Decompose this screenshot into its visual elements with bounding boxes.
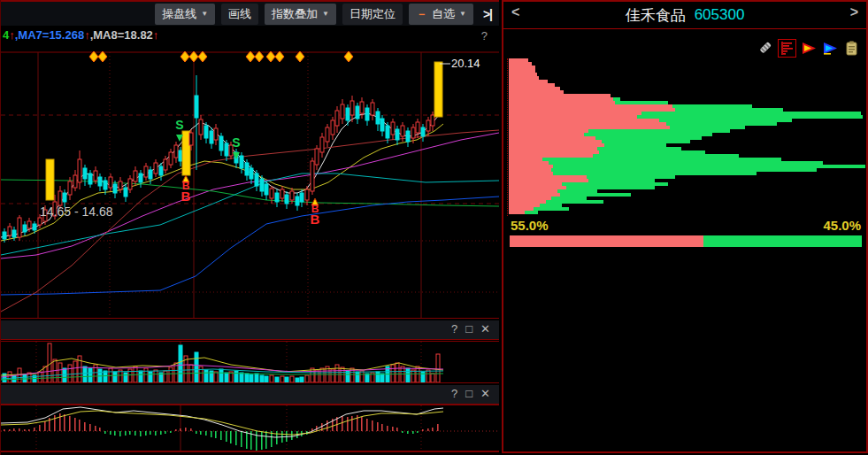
buy-marker: B <box>311 212 320 227</box>
diamond-signal-icon <box>275 51 284 62</box>
loss-ratio-segment <box>703 235 862 247</box>
diamond-signal-icon <box>296 51 304 62</box>
chip-loss-bar <box>675 108 783 112</box>
chip-profit-bar <box>509 83 555 87</box>
previous-stock-arrow[interactable]: < <box>511 4 519 20</box>
macd-chart[interactable] <box>1 405 499 451</box>
chip-distribution-icon-active[interactable] <box>778 39 796 58</box>
chip-loss-bar <box>672 104 752 108</box>
operating-line-button[interactable]: 操盘线 ▼ <box>155 4 215 25</box>
chip-loss-bar <box>549 161 823 165</box>
ma-white <box>1 113 439 237</box>
stock-header: < 佳禾食品 605300 > <box>503 2 866 29</box>
loss-percentage: 45.0% <box>823 218 861 233</box>
chip-profit-bar <box>509 87 560 90</box>
diamond-signal-icon <box>246 51 255 62</box>
chip-distribution-chart[interactable] <box>507 58 865 216</box>
macd-close-icon[interactable]: ✕ <box>480 388 490 399</box>
operating-line-label: 操盘线 <box>162 6 196 22</box>
date-locate-label: 日期定位 <box>350 6 396 22</box>
chip-loss-bar <box>551 197 587 200</box>
kline-panel: 操盘线 ▼ 画线 指数叠加 ▼ 日期定位 － 自选 ▼ >| 4↑,MA7=15… <box>0 0 498 455</box>
signal-diamonds-layer <box>89 51 353 62</box>
chip-profit-bar <box>509 189 557 193</box>
next-stock-arrow[interactable]: > <box>850 4 858 20</box>
chip-profit-bar <box>509 97 613 101</box>
diamond-signal-icon <box>189 51 198 62</box>
chip-profit-bar <box>509 129 588 133</box>
chip-profit-bar <box>509 179 588 182</box>
chip-profit-bar <box>509 154 593 158</box>
chip-loss-bar <box>557 189 597 193</box>
chip-profit-bar <box>509 62 532 66</box>
index-overlay-button[interactable]: 指数叠加 ▼ <box>265 4 336 25</box>
volume-maximize-icon[interactable]: □ <box>465 323 472 335</box>
macd-panel-header: ? □ ✕ <box>1 385 499 405</box>
chip-loss-bar <box>540 204 562 207</box>
chip-profit-bar <box>509 94 611 97</box>
ma-darkred <box>1 130 499 312</box>
diamond-signal-icon <box>344 51 353 62</box>
chip-distribution-icon <box>779 40 795 57</box>
chip-profit-bar <box>509 186 566 189</box>
chip-loss-bar <box>599 150 705 154</box>
chevron-down-icon: ▼ <box>201 11 208 18</box>
chip-loss-bar <box>659 119 792 122</box>
chip-profit-bar <box>509 115 637 119</box>
draw-line-button[interactable]: 画线 <box>221 4 258 25</box>
watchlist-label: 自选 <box>432 6 455 22</box>
chip-loss-bar <box>637 115 863 119</box>
chip-profit-bar <box>509 158 542 161</box>
draw-line-label: 画线 <box>228 6 251 22</box>
chip-loss-bar <box>542 158 781 161</box>
chip-profit-bar <box>509 147 597 150</box>
index-overlay-label: 指数叠加 <box>272 6 318 22</box>
chevron-down-icon: ▼ <box>322 11 329 18</box>
chip-profit-bar <box>509 66 535 69</box>
chip-profit-bar <box>509 126 670 129</box>
chip-profit-bar <box>509 193 560 197</box>
chart-toolbar: 操盘线 ▼ 画线 指数叠加 ▼ 日期定位 － 自选 ▼ >| <box>1 0 499 26</box>
macd-histogram-layer <box>4 413 439 451</box>
chip-profit-bar <box>509 76 539 80</box>
date-locate-button[interactable]: 日期定位 <box>342 4 403 25</box>
clipboard-icon[interactable] <box>843 40 860 57</box>
blue-flag-icon[interactable] <box>822 40 839 57</box>
chip-profit-bar <box>509 122 666 126</box>
profit-percentage: 55.0% <box>511 218 549 233</box>
chip-loss-bar <box>597 147 681 150</box>
collapse-panel-icon[interactable]: >| <box>480 7 495 21</box>
macd-maximize-icon[interactable]: □ <box>465 388 472 399</box>
stock-trading-app: 操盘线 ▼ 画线 指数叠加 ▼ 日期定位 － 自选 ▼ >| 4↑,MA7=15… <box>0 0 868 455</box>
chip-loss-bar <box>553 172 757 175</box>
chip-profit-bar <box>509 143 604 147</box>
macd-help-icon[interactable]: ? <box>451 388 457 399</box>
volume-chart[interactable] <box>1 341 499 383</box>
red-flag-icon[interactable] <box>801 40 818 57</box>
ma-indicator-readout: 4↑,MA7=15.268↑,MA8=18.82↑ <box>3 27 158 42</box>
chip-profit-bar <box>509 165 553 168</box>
highlight-candle <box>434 62 442 117</box>
volume-help-icon[interactable]: ? <box>451 323 457 335</box>
profit-ratio-segment <box>510 235 703 247</box>
watchlist-button[interactable]: － 自选 ▼ <box>409 4 473 25</box>
volume-close-icon[interactable]: ✕ <box>480 323 490 335</box>
candlestick-chart[interactable]: SSBBBB <box>1 44 499 319</box>
chip-profit-bar <box>509 90 564 94</box>
chip-loss-bar <box>560 193 631 197</box>
chevron-down-icon: ▼ <box>459 11 466 18</box>
chip-loss-bar <box>566 186 655 189</box>
profit-loss-ratio-bar <box>510 235 862 247</box>
pencil-icon[interactable] <box>757 40 773 57</box>
diamond-signal-icon <box>255 51 264 62</box>
chip-profit-bar <box>509 197 551 200</box>
chip-profit-bar <box>509 133 584 136</box>
chip-loss-bar <box>666 122 777 126</box>
minus-icon: － <box>416 6 427 22</box>
highlight-candle <box>46 159 54 200</box>
chip-profit-bar <box>509 101 615 104</box>
chart-help-icon[interactable]: ? <box>481 29 488 42</box>
chip-loss-bar <box>641 112 861 115</box>
volume-panel-header: ? □ ✕ <box>1 320 499 340</box>
diamond-signal-icon <box>98 51 107 62</box>
